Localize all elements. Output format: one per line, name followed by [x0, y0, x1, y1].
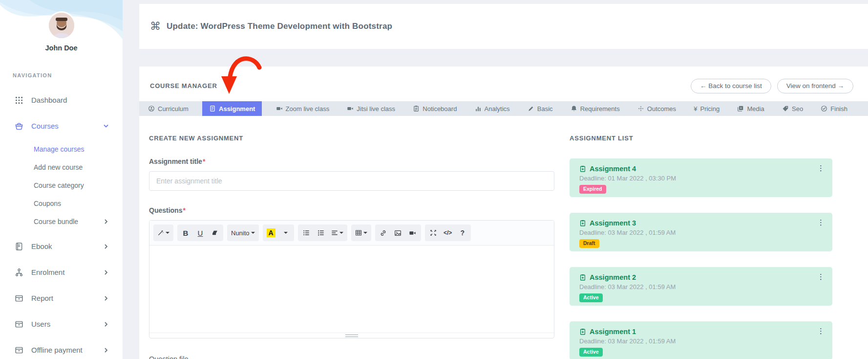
assignment-title-input[interactable] [149, 171, 554, 191]
clear-format-icon[interactable] [208, 226, 222, 239]
tab-basic[interactable]: Basic [524, 101, 557, 116]
tab-pricing[interactable]: ¥ Pricing [690, 101, 723, 116]
questions-editor-area[interactable] [149, 246, 554, 333]
sidebar-item-label: Report [31, 294, 53, 302]
status-badge: Expired [579, 185, 606, 194]
create-assignment-heading: CREATE NEW ASSIGNMENT [149, 135, 554, 142]
user-circle-icon [148, 105, 155, 112]
caret-down-icon [284, 232, 288, 234]
assignment-card-title: Assignment 3 [579, 219, 823, 227]
table-dropdown[interactable] [352, 226, 370, 239]
code-view-button[interactable]: </> [441, 226, 455, 239]
underline-button[interactable]: U [193, 226, 208, 239]
question-file-label: Question file [149, 355, 554, 359]
fullscreen-button[interactable] [426, 226, 441, 239]
tab-outcomes[interactable]: Outcomes [634, 101, 680, 116]
sidebar-item-label: Users [31, 320, 50, 328]
app-window: John Doe NAVIGATION Dashboard [0, 0, 868, 359]
assignment-title-label: Assignment title* [149, 157, 554, 165]
user-profile: John Doe [0, 0, 123, 52]
video-button[interactable] [405, 226, 420, 239]
status-badge: Active [579, 293, 603, 302]
link-button[interactable] [376, 226, 391, 239]
basket-icon [15, 122, 23, 131]
sidebar-item-dashboard[interactable]: Dashboard [0, 87, 123, 113]
head-buttons: ← Back to course list View on frontend → [691, 79, 853, 93]
text-color-dropdown[interactable] [278, 226, 293, 239]
sitemap-icon [15, 268, 23, 277]
bold-button[interactable]: B [178, 226, 193, 239]
page-title: Update: WordPress Theme Development with… [167, 22, 392, 31]
sidebar-item-offline-payment[interactable]: Offline payment [0, 337, 123, 359]
chevron-down-icon [103, 123, 109, 129]
assignment-card-title: Assignment 2 [579, 273, 823, 281]
tab-requirements[interactable]: Requirements [567, 101, 624, 116]
sidebar-item-label: Courses [31, 122, 59, 130]
ordered-list-button[interactable] [314, 226, 328, 239]
sidebar-item-course-bundle[interactable]: Course bundle [0, 212, 123, 230]
panel-body: CREATE NEW ASSIGNMENT Assignment title* … [139, 116, 868, 359]
assignment-card-title: Assignment 1 [579, 328, 823, 336]
sidebar-item-course-category[interactable]: Course category [0, 176, 123, 194]
sidebar-nav: Dashboard Courses Manage courses Add n [0, 87, 123, 359]
sidebar-item-add-new-course[interactable]: Add new course [0, 158, 123, 176]
tab-assignment[interactable]: Assignment [202, 101, 262, 116]
questions-label: Questions* [149, 206, 554, 214]
tab-media[interactable]: Media [733, 101, 768, 116]
panel-head: COURSE MANAGER ← Back to course list Vie… [139, 67, 868, 101]
chevron-right-icon [103, 219, 109, 224]
editor-resize-handle[interactable] [149, 333, 554, 338]
assignment-menu-button[interactable]: ⋮ [817, 327, 825, 335]
tab-finish[interactable]: Finish [817, 101, 851, 116]
archive-icon [15, 294, 23, 303]
assignment-deadline: Deadline: 03 Mar 2022 , 01:59 AM [579, 337, 823, 345]
caret-down-icon [166, 232, 169, 234]
sidebar-item-enrolment[interactable]: Enrolment [0, 259, 123, 285]
sidebar-item-coupons[interactable]: Coupons [0, 194, 123, 212]
video-icon [276, 105, 283, 112]
tab-curriculum[interactable]: Curriculum [144, 101, 192, 116]
sidebar-item-courses[interactable]: Courses [0, 113, 123, 139]
grid-icon [15, 96, 23, 105]
back-to-course-list-button[interactable]: ← Back to course list [691, 79, 771, 93]
bar-chart-icon [475, 105, 482, 112]
assignment-menu-button[interactable]: ⋮ [817, 219, 825, 226]
tab-analytics[interactable]: Analytics [471, 101, 514, 116]
chevron-right-icon [103, 347, 109, 353]
sidebar-item-label: Enrolment [31, 268, 64, 276]
font-family-dropdown[interactable]: Nunito [228, 226, 258, 239]
courses-submenu: Manage courses Add new course Course cat… [0, 139, 123, 233]
clipboard-check-icon [579, 165, 586, 172]
clipboard-check-icon [579, 274, 586, 281]
file-icon [209, 105, 216, 112]
clipboard-icon [413, 105, 420, 112]
sidebar-item-manage-courses[interactable]: Manage courses [0, 140, 123, 158]
user-name: John Doe [0, 44, 123, 52]
tab-jitsi-live-class[interactable]: Jitsi live class [343, 101, 399, 116]
unordered-list-button[interactable] [299, 226, 314, 239]
caret-down-icon [363, 232, 367, 234]
nav-heading: NAVIGATION [13, 72, 123, 78]
sidebar-item-report[interactable]: Report [0, 285, 123, 311]
assignment-menu-button[interactable]: ⋮ [817, 164, 825, 172]
pen-icon [528, 105, 534, 112]
style-magic-dropdown-button[interactable] [154, 226, 172, 239]
assignment-menu-button[interactable]: ⋮ [817, 273, 825, 280]
sidebar-item-ebook[interactable]: Ebook [0, 233, 123, 259]
assignment-deadline: Deadline: 01 Mar 2022 , 03:30 PM [579, 175, 823, 182]
video-icon [347, 105, 354, 112]
paragraph-align-dropdown[interactable] [328, 226, 346, 239]
tab-seo[interactable]: Seo [778, 101, 807, 116]
status-badge: Draft [579, 239, 599, 248]
assignment-deadline: Deadline: 03 Mar 2022 , 01:59 AM [579, 283, 823, 291]
help-button[interactable]: ? [455, 226, 470, 239]
media-icon [737, 105, 744, 112]
view-on-frontend-button[interactable]: View on frontend → [777, 79, 853, 93]
assignment-card: Assignment 2 Deadline: 03 Mar 2022 , 01:… [570, 267, 832, 306]
image-button[interactable] [391, 226, 405, 239]
text-color-button[interactable]: A [264, 226, 278, 239]
tab-zoom-live-class[interactable]: Zoom live class [272, 101, 334, 116]
sidebar-item-users[interactable]: Users [0, 311, 123, 337]
caret-down-icon [339, 232, 343, 234]
tab-noticeboard[interactable]: Noticeboard [409, 101, 461, 116]
